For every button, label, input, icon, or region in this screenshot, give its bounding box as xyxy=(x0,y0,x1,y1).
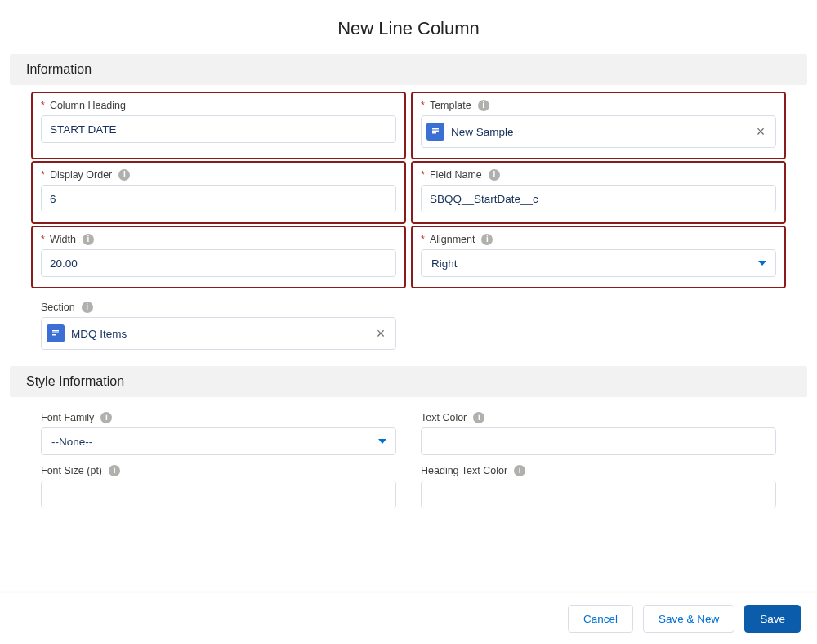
page-title: New Line Column xyxy=(0,0,817,54)
alignment-select-wrap: Right xyxy=(421,249,776,277)
heading-text-color-input[interactable] xyxy=(421,481,776,508)
font-family-select[interactable]: --None-- xyxy=(41,427,396,455)
cancel-button[interactable]: Cancel xyxy=(568,605,633,633)
label-section: Section i xyxy=(41,302,396,313)
label-template: * Template i xyxy=(421,100,776,111)
document-icon xyxy=(47,324,65,342)
label-text: Template xyxy=(430,100,471,111)
label-text: Heading Text Color xyxy=(421,465,507,476)
label-text: Alignment xyxy=(430,234,475,245)
label-alignment: * Alignment i xyxy=(421,234,776,245)
required-indicator: * xyxy=(41,100,45,111)
info-icon[interactable]: i xyxy=(118,169,130,181)
footer-actions: Cancel Save & New Save xyxy=(0,593,817,644)
field-font-family: Font Family i --None-- xyxy=(41,412,396,455)
field-name-input[interactable] xyxy=(421,185,776,212)
label-text: Font Size (pt) xyxy=(41,465,102,476)
label-text: Width xyxy=(50,234,76,245)
field-alignment: * Alignment i Right xyxy=(411,226,786,288)
save-button[interactable]: Save xyxy=(744,605,801,633)
field-width: * Width i xyxy=(31,226,406,288)
width-input[interactable] xyxy=(41,249,396,277)
label-column-heading: * Column Heading xyxy=(41,100,396,111)
label-text: Text Color xyxy=(421,412,467,423)
required-indicator: * xyxy=(41,169,45,181)
close-icon[interactable]: × xyxy=(752,123,769,140)
display-order-input[interactable] xyxy=(41,185,396,212)
label-text: Field Name xyxy=(430,169,482,181)
label-width: * Width i xyxy=(41,234,396,245)
section-lookup[interactable]: MDQ Items × xyxy=(41,317,396,350)
required-indicator: * xyxy=(421,234,425,245)
field-section: Section i MDQ Items × xyxy=(41,302,396,350)
label-field-name: * Field Name i xyxy=(421,169,776,181)
info-icon[interactable]: i xyxy=(478,100,489,111)
required-indicator: * xyxy=(41,234,45,245)
new-line-column-dialog: New Line Column Information * Column Hea… xyxy=(0,0,817,644)
info-icon[interactable]: i xyxy=(489,169,500,181)
spacer xyxy=(421,298,776,350)
label-font-family: Font Family i xyxy=(41,412,396,423)
label-text: Display Order xyxy=(50,169,112,181)
information-form: * Column Heading * Template i New Sample… xyxy=(0,100,817,366)
info-icon[interactable]: i xyxy=(514,465,525,476)
field-template: * Template i New Sample × xyxy=(411,92,786,159)
label-heading-text-color: Heading Text Color i xyxy=(421,465,776,476)
field-column-heading: * Column Heading xyxy=(31,92,406,159)
label-text: Column Heading xyxy=(50,100,126,111)
style-form: Font Family i --None-- Text Color i Font… xyxy=(0,412,817,525)
info-icon[interactable]: i xyxy=(473,412,484,423)
field-display-order: * Display Order i xyxy=(31,161,406,224)
font-size-input[interactable] xyxy=(41,481,396,508)
font-family-select-wrap: --None-- xyxy=(41,427,396,455)
section-header-information: Information xyxy=(10,54,807,85)
section-header-style: Style Information xyxy=(10,366,807,397)
field-field-name: * Field Name i xyxy=(411,161,786,224)
close-icon[interactable]: × xyxy=(373,325,389,342)
info-icon[interactable]: i xyxy=(83,234,94,245)
template-value: New Sample xyxy=(451,126,746,138)
field-heading-text-color: Heading Text Color i xyxy=(421,465,776,508)
alignment-select[interactable]: Right xyxy=(421,249,776,277)
info-icon[interactable]: i xyxy=(481,234,493,245)
label-text-color: Text Color i xyxy=(421,412,776,423)
info-icon[interactable]: i xyxy=(109,465,120,476)
save-and-new-button[interactable]: Save & New xyxy=(643,605,734,633)
field-font-size: Font Size (pt) i xyxy=(41,465,396,508)
info-icon[interactable]: i xyxy=(100,412,112,423)
template-lookup[interactable]: New Sample × xyxy=(421,115,776,148)
section-value: MDQ Items xyxy=(71,328,366,340)
document-icon xyxy=(426,123,444,141)
info-icon[interactable]: i xyxy=(82,302,93,313)
field-text-color: Text Color i xyxy=(421,412,776,455)
column-heading-input[interactable] xyxy=(41,115,396,143)
label-display-order: * Display Order i xyxy=(41,169,396,181)
required-indicator: * xyxy=(421,169,425,181)
label-text: Section xyxy=(41,302,75,313)
label-text: Font Family xyxy=(41,412,94,423)
required-indicator: * xyxy=(421,100,425,111)
label-font-size: Font Size (pt) i xyxy=(41,465,396,476)
text-color-input[interactable] xyxy=(421,427,776,455)
